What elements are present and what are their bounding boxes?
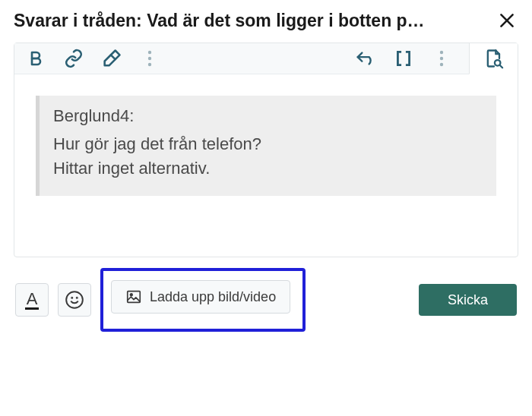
format-icon: A [25,291,40,310]
more-right-button[interactable] [431,48,452,69]
link-button[interactable] [63,48,84,69]
svg-point-3 [148,57,151,60]
erase-button[interactable] [101,48,122,69]
svg-rect-13 [128,292,141,303]
svg-point-2 [148,51,151,54]
svg-line-9 [499,65,502,68]
svg-point-4 [148,63,151,66]
link-icon [64,49,84,68]
svg-point-12 [77,298,78,298]
bold-button[interactable] [25,48,46,69]
quote-line: Hur gör jag det från telefon? [53,132,483,156]
preview-button[interactable] [469,43,518,74]
quote-block: Berglund4: Hur gör jag det från telefon?… [36,96,496,196]
emoji-button[interactable] [58,283,91,317]
eraser-icon [101,48,122,69]
svg-point-11 [71,298,72,298]
upload-button[interactable]: Ladda upp bild/video [111,280,290,314]
close-button[interactable] [496,9,518,32]
close-icon [497,11,517,30]
submit-button[interactable]: Skicka [419,284,517,316]
brackets-button[interactable] [393,48,414,69]
svg-point-14 [130,294,132,296]
svg-point-7 [440,63,443,66]
quote-author: Berglund4: [53,106,483,126]
brackets-icon [394,49,413,68]
editor-content[interactable]: Berglund4: Hur gör jag det från telefon?… [14,74,518,257]
footer: A Ladda upp bild/video Skicka [14,268,518,332]
quote-line: Hittar inget alternativ. [53,156,483,181]
modal-title: Svarar i tråden: Vad är det som ligger i… [14,11,425,31]
more-icon [439,50,445,67]
modal-header: Svarar i tråden: Vad är det som ligger i… [14,9,518,32]
undo-button[interactable] [355,48,376,69]
svg-point-6 [440,57,443,60]
upload-label: Ladda upp bild/video [150,289,276,305]
image-icon [125,288,142,305]
bold-icon [27,49,45,68]
text-format-button[interactable]: A [15,283,49,317]
svg-point-5 [440,51,443,54]
svg-point-10 [66,292,83,308]
editor-toolbar [14,43,518,74]
more-icon [147,50,153,67]
submit-label: Skicka [448,292,488,307]
preview-icon [483,48,505,69]
highlight-annotation: Ladda upp bild/video [100,268,306,332]
undo-icon [355,49,376,68]
editor-box: Berglund4: Hur gör jag det från telefon?… [14,43,518,257]
smile-icon [65,290,84,310]
more-left-button[interactable] [139,48,160,69]
